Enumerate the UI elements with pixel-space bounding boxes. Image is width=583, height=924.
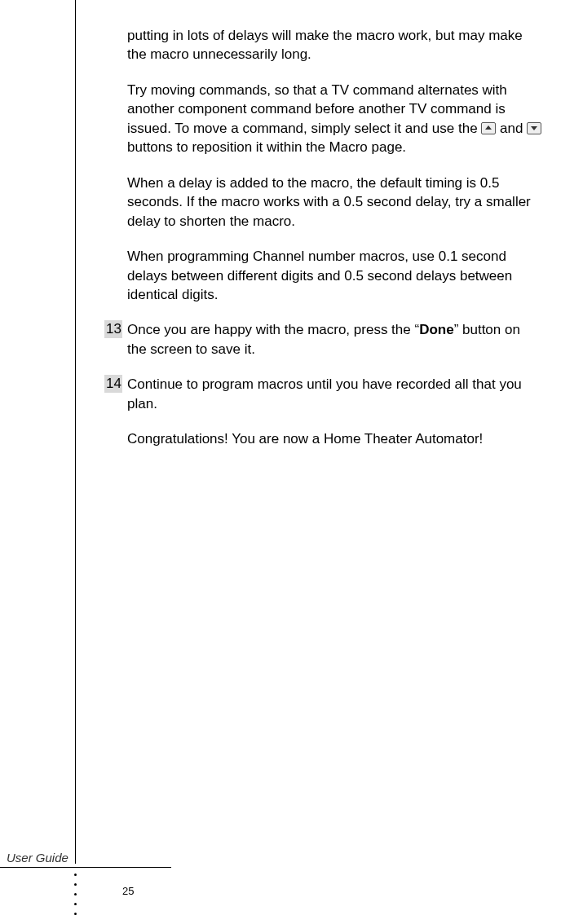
vertical-rule [75, 0, 76, 864]
dotted-rule [74, 873, 77, 922]
text: Try moving commands, so that a TV comman… [127, 82, 507, 136]
paragraph: putting in lots of delays will make the … [127, 26, 543, 64]
step-body: Once you are happy with the macro, press… [127, 320, 543, 359]
body-text: putting in lots of delays will make the … [127, 26, 543, 465]
paragraph: Congratulations! You are now a Home Thea… [127, 429, 543, 448]
paragraph: Try moving commands, so that a TV comman… [127, 81, 543, 157]
text: Once you are happy with the macro, press… [127, 322, 419, 337]
text: buttons to reposition it within the Macr… [127, 139, 406, 155]
text: and [496, 121, 527, 136]
done-label: Done [419, 322, 454, 337]
page-number: 25 [122, 885, 134, 897]
arrow-up-icon [481, 122, 496, 134]
paragraph: When a delay is added to the macro, the … [127, 174, 543, 231]
step-number: 13 [104, 320, 122, 338]
step-body: Continue to program macros until you hav… [127, 375, 543, 413]
footer-label: User Guide [0, 851, 75, 865]
step-14: 14 Continue to program macros until you … [127, 375, 543, 413]
page: putting in lots of delays will make the … [0, 0, 583, 924]
paragraph: When programming Channel number macros, … [127, 247, 543, 304]
horizontal-rule [0, 867, 171, 868]
step-number: 14 [104, 375, 122, 393]
arrow-down-icon [527, 122, 541, 134]
step-13: 13 Once you are happy with the macro, pr… [127, 320, 543, 359]
